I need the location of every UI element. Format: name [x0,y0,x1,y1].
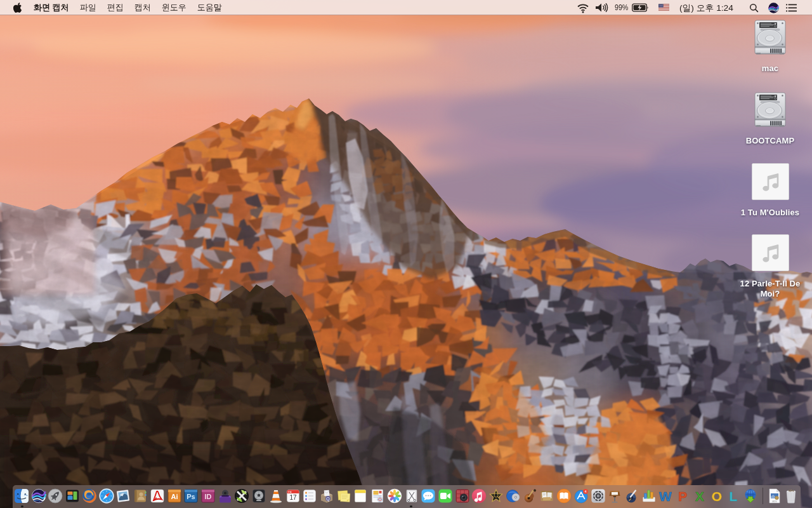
svg-text:4: 4 [584,489,586,493]
svg-text:6월: 6월 [288,490,292,493]
svg-text:O: O [711,489,721,504]
svg-text:MOV: MOV [772,500,776,502]
svg-text:ID: ID [204,493,211,500]
svg-text:17: 17 [289,494,297,501]
svg-text:Ai: Ai [171,493,178,500]
svg-text:Q: Q [326,496,330,501]
svg-text:P: P [678,489,687,504]
svg-text:Ps: Ps [187,493,195,500]
svg-text:W: W [659,489,672,504]
svg-text:X: X [695,489,704,504]
svg-text:L: L [730,489,738,504]
